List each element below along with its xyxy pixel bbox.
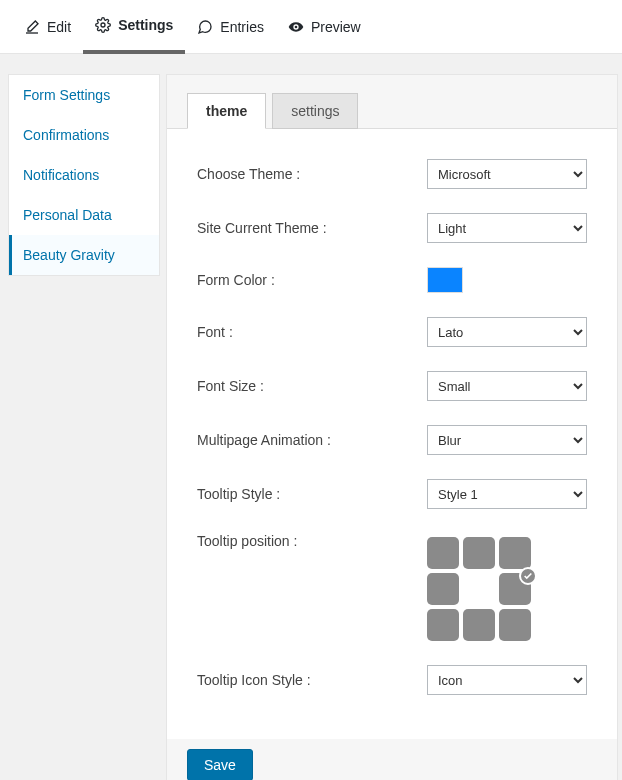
edit-icon [24, 19, 40, 35]
multipage-anim-select[interactable]: Blur [427, 425, 587, 455]
sidebar-item-confirmations[interactable]: Confirmations [9, 115, 159, 155]
tab-settings[interactable]: Settings [83, 0, 185, 54]
sidebar-item-beauty-gravity[interactable]: Beauty Gravity [9, 235, 159, 275]
tooltip-icon-style-label: Tooltip Icon Style : [197, 672, 427, 688]
inner-tabs: theme settings [167, 75, 617, 129]
tooltip-pos-top-right[interactable] [499, 537, 531, 569]
theme-panel: Choose Theme : Microsoft Site Current Th… [167, 129, 617, 739]
chat-icon [197, 19, 213, 35]
gear-icon [95, 17, 111, 33]
tab-preview-label: Preview [311, 19, 361, 35]
tab-edit-label: Edit [47, 19, 71, 35]
tooltip-pos-top-left[interactable] [427, 537, 459, 569]
tooltip-style-select[interactable]: Style 1 [427, 479, 587, 509]
multipage-anim-label: Multipage Animation : [197, 432, 427, 448]
tooltip-position-label: Tooltip position : [197, 533, 427, 549]
choose-theme-label: Choose Theme : [197, 166, 427, 182]
sidebar-item-label: Notifications [23, 167, 99, 183]
tooltip-style-label: Tooltip Style : [197, 486, 427, 502]
tab-entries[interactable]: Entries [185, 0, 276, 53]
inner-tab-label: theme [206, 103, 247, 119]
tooltip-pos-center-disabled [463, 573, 495, 605]
sidebar-item-personal-data[interactable]: Personal Data [9, 195, 159, 235]
inner-tab-settings[interactable]: settings [272, 93, 358, 129]
sidebar-item-label: Personal Data [23, 207, 112, 223]
tooltip-pos-mid-right[interactable] [499, 573, 531, 605]
font-size-select[interactable]: Small [427, 371, 587, 401]
inner-tab-label: settings [291, 103, 339, 119]
site-theme-label: Site Current Theme : [197, 220, 427, 236]
choose-theme-select[interactable]: Microsoft [427, 159, 587, 189]
form-color-label: Form Color : [197, 272, 427, 288]
tab-edit[interactable]: Edit [12, 0, 83, 53]
tooltip-pos-bottom-center[interactable] [463, 609, 495, 641]
inner-tab-theme[interactable]: theme [187, 93, 266, 129]
sidebar: Form Settings Confirmations Notification… [8, 74, 160, 276]
save-button[interactable]: Save [187, 749, 253, 780]
form-color-swatch[interactable] [427, 267, 463, 293]
sidebar-item-notifications[interactable]: Notifications [9, 155, 159, 195]
tooltip-pos-bottom-left[interactable] [427, 609, 459, 641]
tab-entries-label: Entries [220, 19, 264, 35]
sidebar-item-label: Beauty Gravity [23, 247, 115, 263]
tooltip-pos-top-center[interactable] [463, 537, 495, 569]
font-select[interactable]: Lato [427, 317, 587, 347]
eye-icon [288, 19, 304, 35]
sidebar-item-label: Confirmations [23, 127, 109, 143]
site-theme-select[interactable]: Light [427, 213, 587, 243]
sidebar-item-form-settings[interactable]: Form Settings [9, 75, 159, 115]
tab-settings-label: Settings [118, 17, 173, 33]
main-panel: theme settings Choose Theme : Microsoft … [166, 74, 618, 780]
tooltip-position-grid [427, 537, 587, 641]
tooltip-pos-bottom-right[interactable] [499, 609, 531, 641]
topbar: Edit Settings Entries Preview [0, 0, 622, 54]
sidebar-item-label: Form Settings [23, 87, 110, 103]
check-icon [519, 567, 537, 585]
font-size-label: Font Size : [197, 378, 427, 394]
svg-point-0 [101, 23, 105, 27]
tooltip-icon-style-select[interactable]: Icon [427, 665, 587, 695]
font-label: Font : [197, 324, 427, 340]
tooltip-pos-mid-left[interactable] [427, 573, 459, 605]
tab-preview[interactable]: Preview [276, 0, 373, 53]
